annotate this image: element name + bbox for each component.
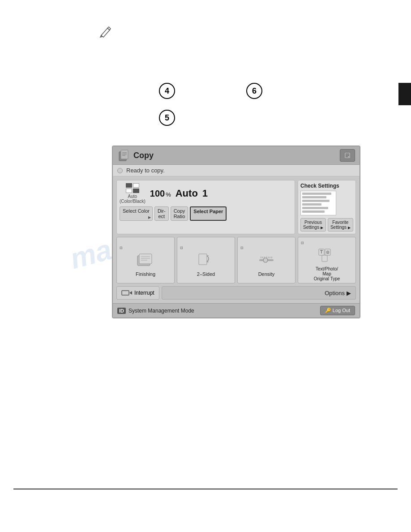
options-label: Options [325, 290, 345, 296]
prev-fav-row: PreviousSettings ▶ FavoriteSettings ▶ [300, 218, 353, 232]
two-sided-icon [195, 252, 217, 270]
svg-rect-10 [139, 254, 152, 264]
panel-title-left: Copy [117, 149, 154, 162]
color-section: Auto(Color/Black) [120, 183, 146, 204]
color-sq-white2 [126, 189, 132, 193]
finishing-icon [135, 252, 156, 270]
settings-left: Auto(Color/Black) 100 % Auto 1 Selec [116, 180, 295, 234]
panel-menu-button[interactable] [340, 149, 355, 162]
interrupt-button[interactable]: Interrupt [116, 286, 159, 300]
favorite-settings-button[interactable]: FavoriteSettings ▶ [328, 218, 353, 232]
density-label: Density [258, 271, 275, 277]
select-paper-button[interactable]: Select Paper [190, 206, 227, 221]
original-type-button[interactable]: ⊡ Text/Photo/MapOriginal Type [298, 237, 356, 283]
ratio-section: 100 % [150, 189, 171, 199]
id-badge: ID [117, 308, 126, 314]
svg-point-29 [326, 251, 329, 253]
logout-button[interactable]: 🔑 Log Out [320, 306, 355, 315]
svg-marker-32 [129, 291, 132, 295]
check-settings-preview [300, 191, 336, 215]
logout-label: 🔑 [325, 308, 333, 313]
color-sq-white [133, 183, 139, 188]
color-icon [126, 183, 139, 193]
interrupt-label: Interrupt [134, 290, 154, 296]
finishing-button[interactable]: ⊡ Finishing [116, 237, 175, 283]
panel-content: Auto(Color/Black) 100 % Auto 1 Selec [113, 176, 360, 303]
preview-lines [302, 193, 334, 213]
select-color-button[interactable]: Select Color ▶ [120, 206, 153, 221]
feature-row: ⊡ Finishing ⊡ [116, 237, 356, 283]
panel-title-bar: Copy [113, 146, 360, 165]
pencil-icon [98, 25, 113, 41]
copy-ratio-button[interactable]: CopyRatio [171, 206, 188, 221]
preview-line [302, 193, 331, 195]
density-icon [256, 252, 277, 270]
color-sq-dark2 [133, 189, 139, 193]
step-number-6: 6 [246, 83, 262, 99]
copy-panel: Copy Ready to copy. [112, 146, 360, 318]
previous-settings-button[interactable]: PreviousSettings ▶ [300, 218, 326, 232]
ratio-unit: % [166, 191, 171, 198]
copy-title-icon [117, 149, 130, 162]
menu-icon [343, 151, 351, 159]
check-settings-panel: Check Settings PreviousSettings ▶ [298, 180, 356, 234]
preview-line [302, 200, 330, 202]
options-button[interactable]: Options ▶ [162, 286, 356, 300]
svg-rect-31 [122, 291, 129, 295]
step-number-5: 5 [159, 110, 175, 126]
bottom-divider [13, 489, 398, 489]
system-management-bar: ID System Management Mode 🔑 Log Out [113, 303, 360, 317]
two-sided-label: 2–Sided [197, 271, 215, 277]
original-type-label: Text/Photo/MapOriginal Type [314, 266, 340, 281]
options-arrow: ▶ [347, 290, 351, 296]
two-sided-button[interactable]: ⊡ 2–Sided [177, 237, 235, 283]
top-row: Auto(Color/Black) 100 % Auto 1 Selec [116, 180, 356, 234]
direct-button[interactable]: Dir-ect [154, 206, 169, 221]
svg-point-23 [263, 258, 268, 262]
ratio-value: 100 [150, 189, 165, 199]
system-bar-left: ID System Management Mode [117, 308, 194, 314]
panel-title: Copy [133, 151, 154, 160]
preview-line [302, 210, 325, 213]
color-sq-dark1 [126, 183, 132, 188]
svg-rect-26 [322, 255, 327, 262]
check-settings-label: Check Settings [300, 183, 339, 189]
preview-line [302, 203, 321, 206]
status-indicator [117, 168, 123, 173]
finishing-label: Finishing [136, 271, 155, 277]
status-bar: Ready to copy. [113, 165, 360, 176]
action-row: Interrupt Options ▶ [116, 286, 356, 300]
sidebar-tab [398, 83, 411, 105]
system-mode-text: System Management Mode [128, 308, 194, 314]
interrupt-icon [121, 289, 132, 297]
status-text: Ready to copy. [126, 167, 165, 174]
svg-rect-14 [199, 254, 207, 265]
preview-line [302, 196, 326, 198]
settings-buttons: Select Color ▶ Dir-ect CopyRatio Select … [120, 206, 292, 221]
auto-value: Auto [176, 188, 198, 199]
original-type-icon [316, 247, 338, 265]
step-number-4: 4 [159, 83, 175, 99]
svg-rect-1 [121, 150, 128, 159]
color-label: Auto(Color/Black) [120, 194, 146, 204]
density-button[interactable]: ⊡ [237, 237, 295, 283]
count-value: 1 [202, 188, 208, 199]
logout-text: Log Out [333, 308, 350, 313]
settings-values: Auto(Color/Black) 100 % Auto 1 [120, 183, 292, 204]
preview-line [302, 207, 328, 209]
